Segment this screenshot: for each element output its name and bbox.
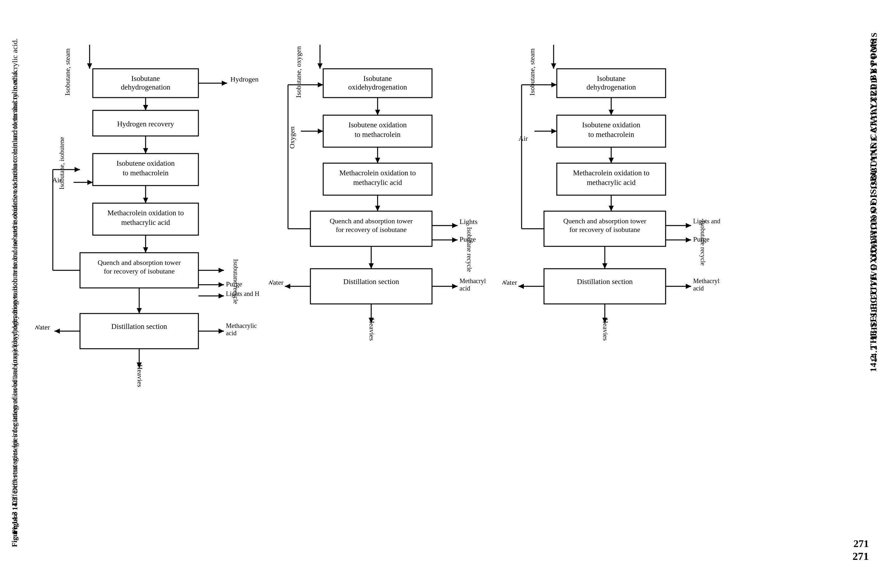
svg-marker-27: [219, 268, 224, 273]
svg-text:methacrylic acid: methacrylic acid: [121, 219, 170, 226]
figure-caption-container: Figure 14.3 Different strategies for int…: [10, 35, 27, 547]
svg-text:Oxygen: Oxygen: [288, 126, 296, 149]
svg-text:Isobutene oxidation: Isobutene oxidation: [117, 159, 175, 167]
svg-text:Quench and absorption tower: Quench and absorption tower: [330, 217, 413, 225]
section-title-display: THE SELECTIVE OXIDATION OF ISOBUTANE CAT…: [870, 32, 879, 340]
svg-text:Distillation section: Distillation section: [577, 278, 633, 286]
svg-text:Methacrolein oxidation to: Methacrolein oxidation to: [573, 169, 650, 177]
svg-marker-59: [375, 110, 380, 115]
svg-marker-103: [609, 110, 614, 115]
page: 14.2 THE SELECTIVE OXIDATION OF ISOBUTAN…: [0, 0, 888, 588]
svg-text:Methacrolein oxidation to: Methacrolein oxidation to: [339, 169, 416, 177]
svg-marker-117: [686, 223, 691, 228]
svg-text:to methacrolein: to methacrolein: [123, 169, 169, 177]
diagram-1: Isobutane, steam Isobutane dehydrogenati…: [35, 26, 259, 554]
page-number-display: 271: [852, 550, 869, 562]
diagram-3: Isobutane, steam Air Isobutane dehydroge…: [502, 26, 720, 522]
svg-marker-95: [318, 82, 323, 87]
svg-text:methacrylic acid: methacrylic acid: [587, 178, 636, 186]
svg-marker-80: [369, 263, 374, 269]
svg-text:Air: Air: [518, 134, 528, 142]
svg-marker-126: [518, 284, 524, 289]
svg-text:oxidehydrogenation: oxidehydrogenation: [348, 83, 407, 91]
svg-text:Isobutene oxidation: Isobutene oxidation: [582, 121, 640, 129]
svg-text:Purge: Purge: [226, 280, 242, 288]
svg-text:Isobutane recycle: Isobutane recycle: [699, 221, 706, 266]
svg-marker-8: [143, 105, 148, 110]
svg-text:Isobutene oxidation: Isobutene oxidation: [348, 121, 407, 129]
svg-text:Water: Water: [502, 278, 518, 286]
svg-text:Quench and absorption tower: Quench and absorption tower: [98, 258, 181, 267]
svg-text:Hydrogen: Hydrogen: [230, 75, 258, 83]
svg-text:Lights: Lights: [459, 218, 477, 225]
svg-marker-130: [686, 284, 691, 289]
svg-text:Methacrylic: Methacrylic: [693, 278, 720, 285]
svg-marker-30: [219, 282, 224, 287]
svg-text:Methacrolein oxidation to: Methacrolein oxidation to: [108, 209, 184, 217]
svg-text:Methacrylic: Methacrylic: [226, 322, 257, 330]
svg-text:Distillation section: Distillation section: [344, 278, 399, 286]
svg-text:Isobutane: Isobutane: [597, 75, 625, 82]
svg-text:Isobutane recycle: Isobutane recycle: [466, 227, 473, 272]
svg-text:for recovery of isobutane: for recovery of isobutane: [104, 267, 175, 275]
diagram-2: Isobutane, oxygen Oxygen Isobutane oxide…: [269, 26, 486, 522]
input-label-1: Isobutane, steam: [63, 48, 71, 96]
svg-marker-5: [222, 81, 227, 86]
svg-marker-51: [75, 167, 80, 172]
box-distillation-1: [80, 314, 198, 349]
svg-marker-109: [609, 158, 614, 163]
svg-text:Methacrylic: Methacrylic: [459, 278, 486, 285]
figure-label-bold: Figure 14.3: [10, 512, 18, 547]
svg-text:Distillation section: Distillation section: [111, 322, 167, 330]
svg-marker-11: [143, 148, 148, 153]
svg-marker-139: [551, 82, 557, 87]
svg-text:Lights and H₂: Lights and H₂: [226, 290, 259, 297]
svg-marker-38: [54, 328, 60, 334]
svg-text:Heavies: Heavies: [602, 318, 610, 341]
svg-text:acid: acid: [693, 285, 704, 292]
svg-marker-82: [285, 284, 290, 289]
chapter-header: 14.2 THE SELECTIVE OXIDATION OF ISOBUTAN…: [870, 32, 879, 363]
page-number: 271: [854, 538, 869, 550]
section-number-display: 14.2: [870, 345, 879, 363]
svg-text:methacrylic acid: methacrylic acid: [353, 178, 402, 186]
svg-text:Water: Water: [35, 323, 50, 331]
svg-marker-86: [452, 284, 458, 289]
svg-text:Heavies: Heavies: [136, 365, 144, 387]
svg-text:dehydrogenation: dehydrogenation: [121, 83, 171, 91]
figure-caption-body: Different strategies for integration of …: [10, 70, 18, 510]
svg-text:for recovery of isobutane: for recovery of isobutane: [336, 225, 407, 234]
svg-text:Isobutane, steam: Isobutane, steam: [528, 48, 536, 96]
svg-text:Isobutane: Isobutane: [363, 75, 392, 82]
svg-text:to methacrolein: to methacrolein: [354, 130, 400, 138]
svg-marker-120: [686, 237, 691, 243]
svg-marker-69: [375, 206, 380, 211]
svg-text:for recovery of isobutane: for recovery of isobutane: [569, 225, 640, 234]
svg-marker-113: [609, 206, 614, 211]
svg-marker-36: [136, 308, 142, 314]
svg-marker-15: [87, 180, 93, 185]
svg-marker-73: [452, 223, 458, 228]
svg-text:dehydrogenation: dehydrogenation: [586, 83, 636, 91]
svg-text:Water: Water: [269, 278, 284, 286]
svg-marker-23: [143, 247, 148, 253]
svg-marker-42: [219, 328, 224, 334]
svg-text:acid: acid: [459, 285, 470, 292]
svg-text:acid: acid: [226, 330, 237, 336]
box-distillation-2: [310, 269, 432, 304]
svg-marker-65: [375, 158, 380, 163]
svg-text:Heavies: Heavies: [368, 318, 376, 341]
figure-caption-text: Figure 14.3 Different strategies for int…: [10, 35, 20, 547]
svg-marker-124: [602, 263, 608, 269]
svg-text:Quench and absorption tower: Quench and absorption tower: [563, 217, 646, 225]
svg-text:Air: Air: [52, 176, 62, 184]
svg-marker-105: [551, 129, 557, 134]
svg-marker-19: [143, 198, 148, 203]
svg-text:Isobutane: Isobutane: [131, 75, 160, 82]
svg-marker-99: [551, 63, 556, 69]
svg-text:to methacrolein: to methacrolein: [588, 130, 634, 138]
svg-marker-1: [87, 63, 92, 69]
box-distillation-3: [544, 269, 666, 304]
svg-marker-55: [318, 63, 322, 69]
svg-marker-61: [318, 129, 323, 134]
